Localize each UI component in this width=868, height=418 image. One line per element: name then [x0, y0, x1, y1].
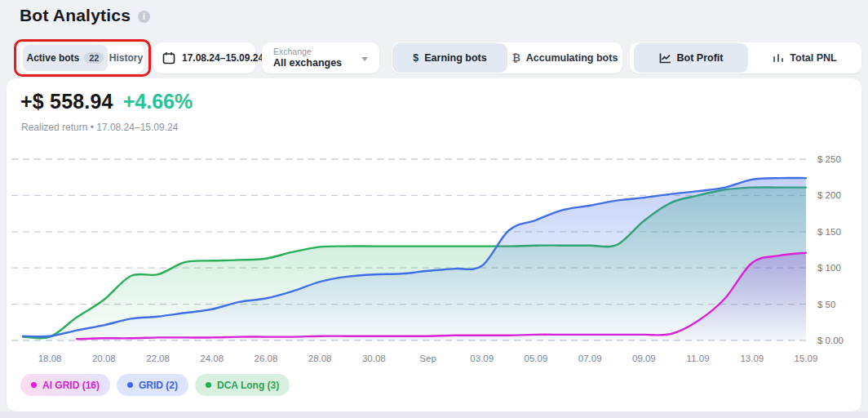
tab-history-label: History: [109, 52, 143, 64]
legend-pill-dca-long-3-[interactable]: DCA Long (3): [195, 374, 290, 396]
x-axis-label: 20.08: [92, 354, 116, 363]
x-axis-label: 24.08: [200, 354, 224, 363]
legend-pill-ai-grid-16-[interactable]: AI GRID (16): [20, 374, 110, 396]
x-axis-label: 26.08: [255, 354, 278, 363]
metric-toggle: Bot Profit Total PNL: [630, 42, 861, 73]
summary-row: +$ 558.94 +4.66%: [20, 90, 193, 113]
tab-active-bots-label: Active bots: [27, 52, 80, 64]
x-axis-label: 11.09: [687, 354, 710, 363]
date-range-picker[interactable]: 17.08.24–15.09.24: [153, 42, 255, 73]
realized-return-subtitle: Realized return • 17.08.24–15.09.24: [21, 122, 178, 133]
legend-dot-icon: [31, 382, 37, 388]
page-background-strip: [0, 411, 868, 418]
bots-tab-group: Active bots 22 History: [20, 42, 144, 73]
active-bots-count-badge: 22: [84, 52, 104, 64]
y-axis-label: $ 50: [817, 300, 835, 309]
y-axis-label: $ 250: [817, 154, 841, 164]
earning-bots-button[interactable]: $ Earning bots: [392, 43, 507, 73]
x-axis-label: 18.08: [38, 354, 62, 363]
date-range-value: 17.08.24–15.09.24: [182, 52, 264, 64]
legend-dot-icon: [127, 382, 133, 388]
line-chart-icon: [659, 53, 671, 64]
x-axis-label: 09.09: [632, 354, 656, 363]
x-axis-label: 30.08: [362, 354, 386, 363]
total-pnl-button[interactable]: Total PNL: [748, 42, 861, 73]
bot-profit-label: Bot Profit: [677, 52, 724, 64]
legend-pill-grid-2-[interactable]: GRID (2): [117, 374, 188, 396]
x-axis-label: 13.09: [740, 354, 764, 363]
legend-label: GRID (2): [139, 380, 178, 391]
page-title: Bot Analyticsi: [20, 6, 150, 25]
page-title-text: Bot Analytics: [20, 6, 131, 24]
bot-profit-button[interactable]: Bot Profit: [634, 43, 748, 73]
x-axis-label: 15.09: [795, 354, 818, 363]
analytics-card: +$ 558.94 +4.66% Realized return • 17.08…: [7, 78, 861, 411]
total-pnl-label: Total PNL: [790, 52, 836, 64]
x-axis-label: 05.09: [525, 354, 548, 363]
bar-chart-icon: [773, 53, 784, 64]
exchange-select-label: Exchange: [273, 47, 368, 56]
bot-type-toggle: $ Earning bots ₿ Accumulating bots: [392, 42, 622, 73]
legend-label: DCA Long (3): [217, 380, 279, 391]
profit-area-chart[interactable]: $ 0.00$ 50$ 100$ 150$ 200$ 25018.0820.08…: [7, 144, 861, 389]
legend-label: AI GRID (16): [42, 380, 100, 391]
tab-active-bots[interactable]: Active bots 22: [23, 45, 108, 71]
calendar-icon: [162, 51, 175, 64]
x-axis-label: Sep: [419, 354, 436, 363]
realized-return-value: +$ 558.94: [20, 90, 113, 113]
exchange-select-value: All exchanges: [273, 57, 368, 69]
y-axis-label: $ 0.00: [817, 336, 844, 345]
dollar-icon: $: [413, 52, 418, 64]
x-axis-label: 22.08: [146, 354, 170, 363]
x-axis-label: 03.09: [470, 354, 494, 363]
accumulating-bots-label: Accumulating bots: [526, 52, 618, 64]
bitcoin-icon: ₿: [512, 52, 520, 64]
info-icon[interactable]: i: [138, 11, 150, 23]
chart-svg[interactable]: $ 0.00$ 50$ 100$ 150$ 200$ 25018.0820.08…: [7, 144, 861, 389]
chart-legend: AI GRID (16)GRID (2)DCA Long (3): [20, 374, 290, 396]
tab-history[interactable]: History: [108, 42, 144, 73]
earning-bots-label: Earning bots: [424, 52, 486, 64]
y-axis-label: $ 200: [817, 190, 841, 200]
x-axis-label: 07.09: [578, 354, 602, 363]
accumulating-bots-button[interactable]: ₿ Accumulating bots: [507, 42, 622, 73]
realized-return-percent: +4.66%: [123, 90, 193, 113]
legend-dot-icon: [206, 382, 211, 388]
chevron-down-icon: [361, 57, 368, 61]
y-axis-label: $ 150: [817, 227, 841, 237]
y-axis-label: $ 100: [817, 263, 841, 273]
x-axis-label: 28.08: [308, 354, 332, 363]
exchange-select[interactable]: Exchange All exchanges: [262, 42, 379, 73]
